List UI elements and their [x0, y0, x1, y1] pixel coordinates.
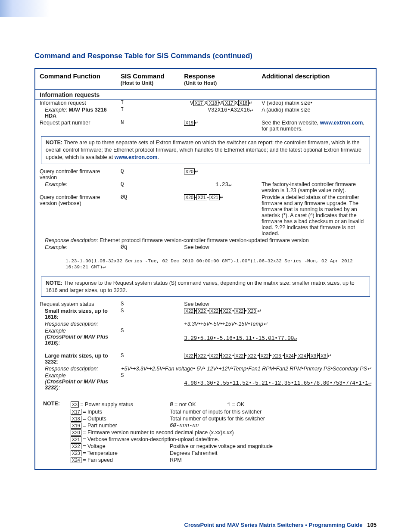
cell-cmd: S	[121, 308, 124, 314]
example-name: CrossPoint or MAV Plus 1616	[45, 334, 108, 346]
row-small-rd: Response description: +3.3V•+5V•-5V•+15V…	[35, 320, 376, 327]
cell-resp: See below	[184, 301, 209, 307]
cell-fn: Small matrix sizes, up to 1616:	[45, 308, 108, 320]
cell-resp: See below	[184, 244, 209, 250]
extron-link[interactable]: www.extron.com	[320, 120, 363, 126]
glossary-item: X3 = Power supply status Ø = not OK 1 = …	[69, 401, 367, 408]
glossary-item: X18 = Outputs Total number of outputs fo…	[69, 416, 367, 422]
glossary-row: NOTE: X3 = Power supply status Ø = not O…	[35, 400, 376, 470]
row-small-ex: Example(CrossPoint or MAV Plus 1616): S …	[35, 327, 376, 346]
cell-cmd: S	[121, 328, 124, 334]
glossary-item: X19 = Part number 6Ø-nnn-nn	[69, 423, 367, 429]
cell-cmd: Q	[121, 168, 124, 174]
note-label: NOTE:	[43, 401, 60, 407]
section-label: Information requests	[40, 91, 100, 98]
glossary-item: X21 = Verbose firmware version-descripti…	[69, 436, 367, 442]
cell-cmd: S	[121, 301, 124, 307]
cell-fn: Request system status	[40, 301, 94, 307]
glossary-item: X20 = Firmware version number to second …	[69, 429, 367, 436]
cell-fn: Request part number	[40, 120, 90, 126]
note-label: NOTE:	[46, 280, 62, 286]
cell-cmd: S	[121, 373, 124, 379]
note-text: The response to the Request system statu…	[46, 280, 355, 293]
cell-resp: 4.98•3.30•2.55•11.52•-5.21•-12.35•11.65•…	[184, 380, 368, 386]
page-footer: CrossPoint and MAV Series Matrix Switche…	[34, 522, 377, 528]
row-info-request: Information request I VX17XX18•AX17XX18 …	[35, 100, 376, 107]
cell-resp: 1.23	[215, 182, 228, 188]
row-large-ex: Example(CrossPoint or MAV Plus 3232): S …	[35, 372, 376, 391]
cell-cmd: ØQ	[121, 194, 127, 200]
resp-desc-text: : Ethernet protocol firmware version-con…	[97, 237, 309, 243]
cell-cmd: I	[121, 100, 124, 106]
glossary-item: X23 = Temperature Degrees Fahrenheit	[69, 450, 367, 456]
example-label: Example:	[45, 244, 67, 250]
col-header-response: Response	[184, 72, 215, 80]
note-row-2: NOTE: The response to the Request system…	[35, 273, 376, 301]
cell-cmd: N	[121, 120, 124, 126]
cell-fn: Information request	[40, 100, 86, 106]
row-qfw: Query controller firmware version Q X20	[35, 168, 376, 181]
note-text: There are up to three separate sets of E…	[46, 140, 361, 160]
note-row-1: NOTE: There are up to three separate set…	[35, 132, 376, 168]
command-table: Command Function SIS Command (Host to Un…	[34, 68, 377, 470]
section-info-requests: Information requests	[35, 89, 376, 100]
cell-fn: Response description:	[45, 366, 98, 372]
extron-link[interactable]: www.extron.com	[115, 154, 158, 160]
note-box-status: NOTE: The response to the Request system…	[41, 277, 370, 297]
cell-fn: Query controller firmware version	[40, 168, 100, 180]
cell-fn: Query controller firmware version (verbo…	[40, 194, 100, 206]
example-label: Example:	[45, 181, 67, 187]
glossary-item: X17 = Inputs Total number of inputs for …	[69, 409, 367, 415]
glossary-item: X24 = Fan speed RPM	[69, 457, 367, 463]
cell-resp: +5V•+3.3V•+2.5V•Fan voltage•-5V•-12V•+12…	[121, 366, 367, 372]
row-resp-desc: Response description: Ethernet protocol …	[35, 237, 376, 244]
page-number: 105	[367, 522, 377, 528]
cell-cmd: I	[121, 107, 124, 113]
col-header-sis-sub: (Host to Unit)	[121, 80, 153, 86]
long-response-text: 1.23-1.00(1.06-32x32 Series -Tue, 02 Dec…	[65, 258, 353, 270]
row-part-number: Request part number N X19 See the Extron…	[35, 119, 376, 132]
row-rss: Request system status S See below	[35, 301, 376, 308]
cell-cmd: S	[121, 353, 124, 359]
cell-fn: Response description:	[45, 321, 98, 327]
example-label: Example	[45, 373, 66, 379]
glossary-item: X22 = Voltage Positive or negative volta…	[69, 443, 367, 449]
table-header-row: Command Function SIS Command (Host to Un…	[35, 68, 376, 89]
col-header-desc: Additional description	[262, 72, 330, 80]
row-qfwv-example: Example: Øq See below	[35, 244, 376, 251]
page-content: Command and Response Table for SIS Comma…	[0, 17, 411, 532]
cell-cmd: Øq	[121, 244, 127, 250]
row-long-response: 1.23-1.00(1.06-32x32 Series -Tue, 02 Dec…	[35, 251, 376, 273]
resp-desc-label: Response description	[45, 237, 97, 243]
col-header-sis: SIS Command	[121, 72, 165, 80]
cell-desc: See the Extron website,	[262, 120, 320, 126]
glossary-table: NOTE: X3 = Power supply status Ø = not O…	[40, 400, 371, 465]
example-label: Example	[45, 328, 66, 334]
cell-cmd: Q	[121, 181, 124, 187]
cell-desc: A (audio) matrix size	[262, 107, 310, 113]
row-large: Large matrix sizes, up to 3232: S X22•X2…	[35, 352, 376, 365]
cell-resp: 3.29•5.10•-5.16•15.11•-15.01•77.00	[184, 336, 294, 342]
page-title: Command and Response Table for SIS Comma…	[34, 52, 377, 60]
row-qfw-verbose: Query controller firmware version (verbo…	[35, 194, 376, 237]
cell-fn: Large matrix sizes, up to 3232	[45, 353, 108, 365]
example-label: Example:	[45, 107, 69, 113]
footer-text: CrossPoint and MAV Series Matrix Switche…	[184, 522, 363, 528]
cell-desc: The factory-installed controller firmwar…	[262, 181, 356, 193]
cell-desc: Provide a detailed status of the control…	[262, 194, 364, 236]
example-name: CrossPoint or MAV Plus 3232	[45, 379, 108, 391]
cell-desc: V (video) matrix size•	[262, 100, 312, 106]
page-top-gradient	[0, 0, 411, 17]
col-header-response-sub: (Unit to Host)	[184, 80, 217, 86]
row-large-rd: Response description: +5V•+3.3V•+2.5V•Fa…	[35, 365, 376, 372]
cell-resp: V32X16•A32X16	[208, 107, 250, 113]
col-header-function: Command Function	[40, 72, 100, 80]
row-qfw-example: Example: Q 1.23 The factory-installed co…	[35, 181, 376, 194]
row-info-request-example: Example: MAV Plus 3216 HDA I V32X16•A32X…	[35, 106, 376, 119]
note-label: NOTE:	[46, 140, 62, 146]
note-box-firmware: NOTE: There are up to three separate set…	[41, 136, 370, 164]
row-small: Small matrix sizes, up to 1616: S X22•X2…	[35, 308, 376, 320]
cell-resp: +3.3V•+5V•-5V•+15V•-15V•Temp	[184, 321, 263, 327]
